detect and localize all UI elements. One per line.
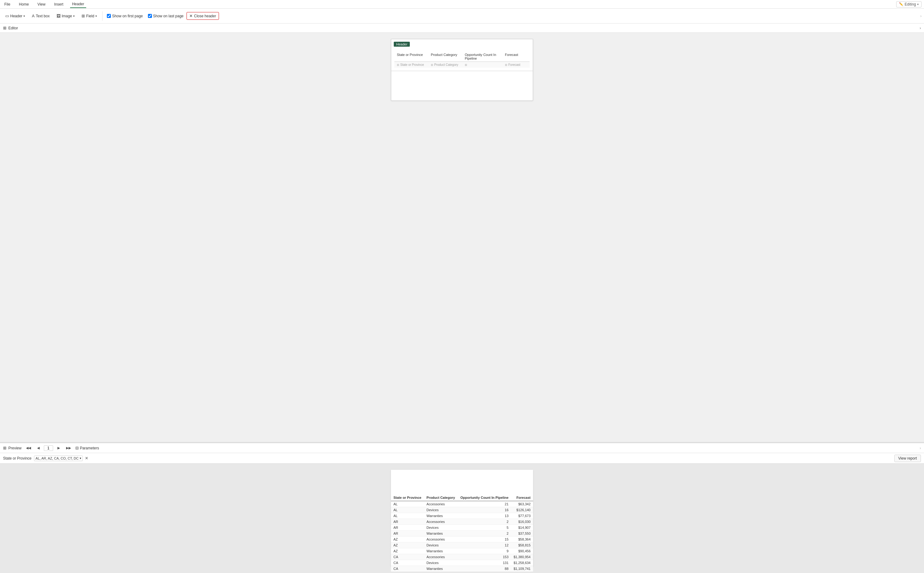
- cell-state: AZ: [391, 537, 424, 542]
- body-region: [391, 71, 533, 96]
- editing-caret: ▾: [917, 3, 919, 6]
- cell-count: 13: [458, 513, 511, 519]
- editor-col-2: Product Category: [429, 52, 464, 61]
- cell-category: Warranties: [424, 531, 458, 537]
- show-last-page-checkbox[interactable]: Show on last page: [146, 13, 186, 19]
- show-first-page-checkbox[interactable]: Show on first page: [105, 13, 145, 19]
- cell-count: 5: [458, 525, 511, 531]
- header-region[interactable]: Header State or Province Product Categor…: [391, 39, 533, 71]
- cell-forecast: $63,342: [511, 501, 533, 507]
- menu-view[interactable]: View: [36, 1, 47, 8]
- textbox-button[interactable]: A Text box: [29, 12, 52, 20]
- report-canvas: Header State or Province Product Categor…: [391, 39, 533, 101]
- field-button[interactable]: ⊞ Field ▾: [79, 12, 100, 20]
- preview-icon: ⊞: [3, 446, 6, 450]
- textbox-icon: A: [32, 14, 34, 18]
- cell-count: 12: [458, 542, 511, 548]
- show-first-page-input[interactable]: [107, 14, 111, 18]
- param-label: State or Province: [3, 456, 31, 460]
- show-last-page-input[interactable]: [148, 14, 152, 18]
- page-number-input[interactable]: [44, 445, 53, 451]
- editor-grid-icon: ⊞: [3, 26, 6, 30]
- field-icon-3: ⊞: [465, 63, 467, 66]
- nav-prev-btn[interactable]: ◀: [35, 445, 41, 451]
- col-header-category: Product Category: [424, 495, 458, 501]
- toolbar-right-chevron: ›: [920, 14, 921, 18]
- parameters-icon: ⊟: [75, 446, 79, 450]
- cell-state: AZ: [391, 548, 424, 554]
- cell-count: 16: [458, 507, 511, 513]
- cell-category: Warranties: [424, 548, 458, 554]
- show-last-page-label: Show on last page: [153, 14, 184, 18]
- cell-category: Devices: [424, 507, 458, 513]
- cell-forecast: $201,016: [511, 572, 533, 573]
- nav-next-btn[interactable]: ▶: [56, 445, 62, 451]
- param-clear-btn[interactable]: ✕: [84, 456, 89, 460]
- param-select[interactable]: AL, AR, AZ, CA, CO, CT, DC ▾: [34, 456, 83, 461]
- cell-state: CA: [391, 554, 424, 560]
- view-report-button[interactable]: View report: [894, 455, 921, 462]
- cell-state: CA: [391, 560, 424, 566]
- nav-first-btn[interactable]: ◀◀: [24, 445, 33, 451]
- cell-forecast: $1,380,954: [511, 554, 533, 560]
- close-header-button[interactable]: ✕ Close header: [187, 12, 219, 20]
- header-btn-caret: ▾: [23, 14, 25, 17]
- editor-col-3: Opportunity Count In Pipeline: [464, 52, 504, 61]
- editor-section-bar: ⊞ Editor ›: [0, 23, 924, 33]
- editor-col-1: State or Province: [396, 52, 429, 61]
- editor-data-3: ⊞: [464, 63, 504, 67]
- editing-label: Editing: [905, 2, 916, 6]
- nav-last-btn[interactable]: ▶▶: [64, 445, 73, 451]
- table-row: AL Warranties 13 $77,673: [391, 513, 533, 519]
- editor-area: Header State or Province Product Categor…: [0, 33, 924, 442]
- preview-toolbar-left: ⊞ Preview ◀◀ ◀ ▶ ▶▶ ⊟ Parameters: [3, 445, 99, 451]
- preview-toolbar: ⊞ Preview ◀◀ ◀ ▶ ▶▶ ⊟ Parameters ›: [0, 443, 924, 453]
- toolbar-separator-1: [102, 11, 103, 21]
- param-select-wrapper: AL, AR, AZ, CA, CO, CT, DC ▾ ✕: [34, 456, 89, 461]
- cell-state: AR: [391, 531, 424, 537]
- image-btn-label: Image: [62, 14, 72, 18]
- preview-title: ⊞ Preview: [3, 446, 22, 450]
- table-row: AZ Accessories 15 $58,364: [391, 537, 533, 542]
- cell-category: Devices: [424, 542, 458, 548]
- cell-forecast: $77,673: [511, 513, 533, 519]
- menu-file[interactable]: File: [3, 1, 12, 8]
- image-btn-caret: ▾: [73, 14, 75, 17]
- field-icon: ⊞: [81, 14, 85, 18]
- preview-canvas-area: State or Province Product Category Oppor…: [0, 463, 924, 573]
- parameters-button[interactable]: ⊟ Parameters: [75, 446, 99, 450]
- cell-count: 15: [458, 537, 511, 542]
- editor-data-2: ⊞ Product Category: [429, 63, 464, 67]
- cell-forecast: $16,030: [511, 519, 533, 525]
- table-row: AL Devices 16 $126,140: [391, 507, 533, 513]
- cell-category: Accessories: [424, 537, 458, 542]
- menu-header[interactable]: Header: [70, 1, 86, 8]
- menu-insert[interactable]: Insert: [52, 1, 65, 8]
- cell-state: AR: [391, 525, 424, 531]
- cell-forecast: $1,258,634: [511, 560, 533, 566]
- cell-forecast: $58,364: [511, 537, 533, 542]
- cell-count: 88: [458, 566, 511, 572]
- field-btn-label: Field: [86, 14, 94, 18]
- field-icon-1: ⊞: [397, 63, 399, 66]
- editor-data-4-text: Forecast: [508, 63, 520, 66]
- cell-category: Accessories: [424, 501, 458, 507]
- preview-top-space: [391, 470, 533, 495]
- field-icon-4: ⊞: [505, 63, 507, 66]
- table-row: AR Accessories 2 $16,030: [391, 519, 533, 525]
- show-first-page-label: Show on first page: [112, 14, 143, 18]
- table-row: AR Devices 5 $14,907: [391, 525, 533, 531]
- cell-count: 153: [458, 554, 511, 560]
- cell-category: Warranties: [424, 513, 458, 519]
- cell-state: AL: [391, 513, 424, 519]
- image-button[interactable]: 🖼 Image ▾: [54, 12, 78, 20]
- preview-title-text: Preview: [8, 446, 22, 450]
- preview-page: State or Province Product Category Oppor…: [391, 470, 533, 567]
- param-value: AL, AR, AZ, CA, CO, CT, DC: [36, 457, 78, 460]
- table-row: AL Accessories 21 $63,342: [391, 501, 533, 507]
- menu-home[interactable]: Home: [17, 1, 31, 8]
- field-btn-caret: ▾: [95, 14, 97, 17]
- header-button[interactable]: ▭ Header ▾: [3, 12, 28, 20]
- col-header-state: State or Province: [391, 495, 424, 501]
- editor-collapse-btn[interactable]: ›: [920, 26, 921, 30]
